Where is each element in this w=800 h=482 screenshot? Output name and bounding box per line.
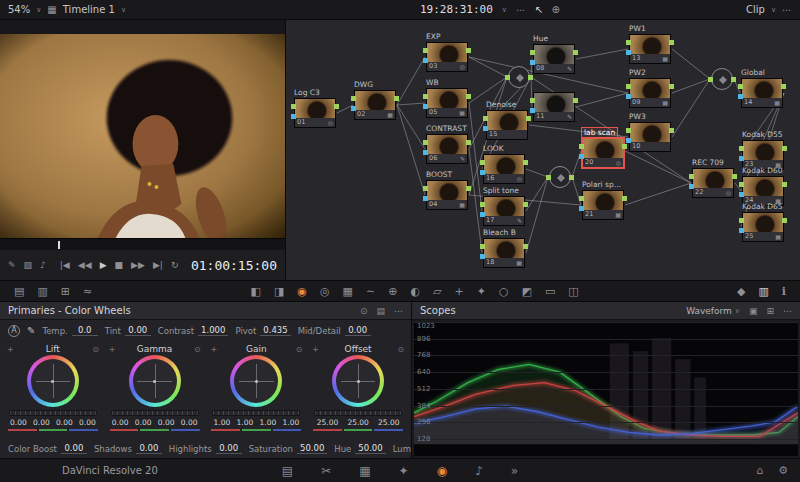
key-port[interactable] [738, 94, 743, 99]
audio-monitor-icon[interactable]: ♪ [40, 260, 46, 270]
node-denoise[interactable]: Denoise15 [486, 100, 528, 140]
rgb-port[interactable] [466, 48, 471, 53]
node-thumbnail[interactable]: 01◎ [294, 98, 336, 128]
rgb-port[interactable] [708, 77, 713, 82]
cut-page[interactable]: ✂ [321, 465, 331, 477]
rgb-port[interactable] [738, 84, 743, 89]
node-thumbnail[interactable]: 11✎ [533, 92, 575, 122]
blur-icon[interactable]: ○ [499, 286, 509, 297]
fairlight-page[interactable]: ♪ [475, 465, 483, 477]
node-exp[interactable]: EXP03◎ [426, 32, 468, 72]
rgb-port[interactable] [731, 77, 736, 82]
rgb-port[interactable] [466, 186, 471, 191]
media-page[interactable]: ▤ [282, 465, 293, 477]
wheel-target-icon[interactable]: + [312, 345, 319, 354]
node-thumbnail[interactable]: 02▦ [354, 90, 396, 120]
color-match-icon[interactable]: ◨ [274, 286, 284, 297]
sizing-icon[interactable]: ▭ [545, 286, 555, 297]
rgb-port[interactable] [669, 128, 674, 133]
key-port[interactable] [423, 58, 428, 63]
node-11[interactable]: 11✎ [533, 82, 575, 122]
rgb-port[interactable] [732, 174, 737, 179]
scope-mode-select[interactable]: Waveform [686, 306, 732, 316]
node-look[interactable]: LOOK16◎ [483, 144, 525, 184]
wheel-center-dot[interactable] [153, 380, 156, 383]
key-port[interactable] [530, 60, 535, 65]
rgb-port[interactable] [480, 244, 485, 249]
rgb-port[interactable] [523, 160, 528, 165]
rgb-port[interactable] [466, 140, 471, 145]
scopes-icon[interactable]: ▥ [758, 286, 768, 297]
wheel-value[interactable]: 1.00 [257, 418, 278, 427]
key-port[interactable] [626, 50, 631, 55]
node-thumbnail[interactable]: 09▦ [629, 78, 671, 108]
color-page[interactable]: ◉ [437, 465, 447, 477]
node-lab-scan[interactable]: lab scan20◎ [582, 126, 624, 168]
chevron-down-icon[interactable]: ∨ [121, 6, 126, 14]
wheel-reset-icon[interactable]: ⊙ [296, 345, 303, 354]
wheel-value[interactable]: 0.00 [179, 418, 200, 427]
parameter-value[interactable]: 0.435 [260, 325, 290, 336]
layout-icon[interactable]: ▤ [376, 306, 385, 316]
timeline-select[interactable]: Timeline 1 [63, 4, 115, 15]
key-port[interactable] [351, 106, 356, 111]
node-pw1[interactable]: PW113▦ [629, 24, 671, 64]
key-port[interactable] [423, 104, 428, 109]
parameter-value[interactable]: 0.00 [136, 443, 162, 454]
rgb-port[interactable] [669, 40, 674, 45]
target-icon[interactable]: ⊙ [360, 306, 368, 316]
key-port[interactable] [291, 114, 296, 119]
wheel-value[interactable]: 1.00 [234, 418, 255, 427]
key-port[interactable] [739, 156, 744, 161]
rgb-port[interactable] [573, 98, 578, 103]
pan-tool-icon[interactable]: ⊕ [551, 4, 559, 15]
wheel-value[interactable]: 0.00 [133, 418, 154, 427]
wheel-center-dot[interactable] [51, 380, 54, 383]
rgb-port[interactable] [523, 244, 528, 249]
key-port[interactable] [483, 126, 488, 131]
rgb-port[interactable] [423, 48, 428, 53]
rgb-port[interactable] [480, 202, 485, 207]
camera-raw-icon[interactable]: ◧ [250, 286, 260, 297]
wheel-center-dot[interactable] [357, 380, 360, 383]
step-forward-button[interactable]: ▶▶ [131, 260, 145, 270]
wheel-reset-icon[interactable]: ⊙ [92, 345, 99, 354]
rgb-port[interactable] [423, 94, 428, 99]
keyframes-icon[interactable]: ◆ [737, 286, 745, 297]
rgb-port[interactable] [483, 116, 488, 121]
rgb-port[interactable] [334, 104, 339, 109]
info-icon[interactable]: ℹ [782, 286, 786, 297]
rgb-port[interactable] [622, 196, 627, 201]
rgb-port[interactable] [526, 116, 531, 121]
chevron-down-icon[interactable]: ∨ [502, 6, 507, 14]
key-port[interactable] [739, 228, 744, 233]
master-wheel-slider[interactable] [212, 410, 300, 416]
master-wheel-slider[interactable] [111, 410, 199, 416]
chevron-down-icon[interactable]: ∨ [771, 6, 776, 14]
node-mixer[interactable] [711, 68, 733, 90]
wheel-value[interactable]: 0.00 [156, 418, 177, 427]
node-kodak-d60[interactable]: Kodak D6024▦ [742, 166, 784, 206]
key-port[interactable] [739, 192, 744, 197]
more-icon[interactable]: ⋯ [394, 306, 403, 316]
auto-balance-button[interactable]: A [8, 325, 20, 337]
rgb-port[interactable] [739, 218, 744, 223]
rgb-port[interactable] [569, 175, 574, 180]
rgb-port[interactable] [530, 98, 535, 103]
node-log-c3[interactable]: Log C301◎ [294, 88, 336, 128]
stop-button[interactable]: ■ [115, 260, 124, 270]
node-thumbnail[interactable]: 05▦ [426, 88, 468, 118]
node-thumbnail[interactable]: 16◎ [483, 154, 525, 184]
key-port[interactable] [423, 150, 428, 155]
timelines-icon[interactable]: ≈ [83, 286, 92, 297]
rgb-port[interactable] [528, 75, 533, 80]
node-mixer[interactable] [549, 166, 571, 188]
rgb-port[interactable] [546, 175, 551, 180]
grid-icon[interactable]: ⊞ [766, 306, 774, 316]
node-global[interactable]: Global14▦ [741, 68, 783, 108]
node-thumbnail[interactable]: 04▦ [426, 180, 468, 210]
power-window-icon[interactable]: ▱ [433, 286, 441, 297]
wheel-value[interactable]: 1.00 [211, 418, 232, 427]
wheel-value[interactable]: 0.00 [54, 418, 75, 427]
rgb-port[interactable] [394, 96, 399, 101]
